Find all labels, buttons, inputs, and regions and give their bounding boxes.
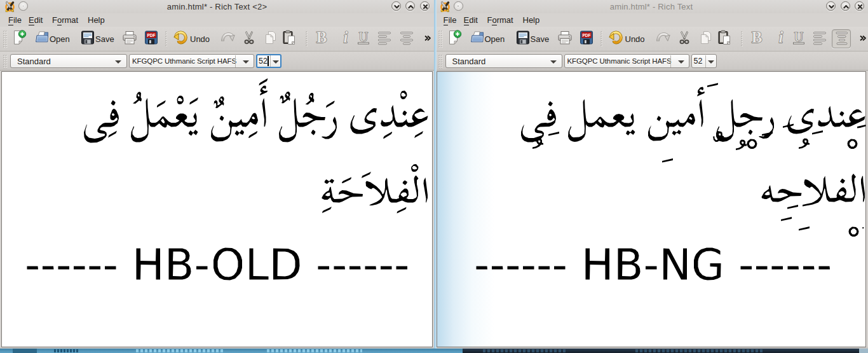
svg-text:B: B [316, 30, 327, 45]
svg-text:PDF: PDF [147, 33, 156, 38]
svg-text:PDF: PDF [582, 33, 590, 38]
svg-text:i: i [778, 30, 783, 45]
svg-text:B: B [751, 30, 762, 45]
svg-text:U: U [359, 30, 369, 44]
svg-text:i: i [344, 30, 348, 45]
svg-text:U: U [794, 30, 803, 44]
